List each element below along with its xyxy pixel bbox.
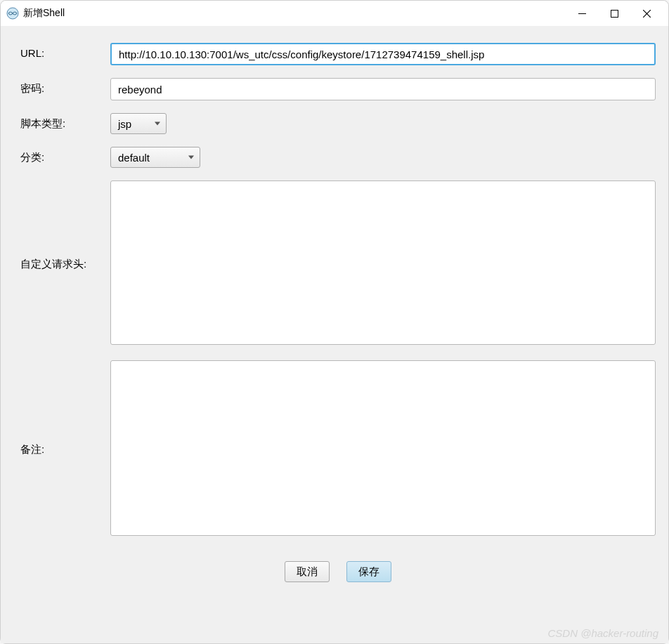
password-label: 密码: bbox=[20, 78, 110, 96]
window-controls bbox=[566, 2, 663, 25]
minimize-button[interactable] bbox=[566, 2, 598, 25]
app-icon bbox=[6, 7, 19, 20]
category-label: 分类: bbox=[20, 147, 110, 164]
password-input[interactable] bbox=[110, 78, 656, 100]
chevron-down-icon bbox=[155, 122, 160, 126]
notes-textarea[interactable] bbox=[110, 360, 656, 536]
save-button[interactable]: 保存 bbox=[346, 561, 391, 582]
maximize-button[interactable] bbox=[598, 2, 630, 25]
svg-rect-2 bbox=[611, 10, 618, 17]
url-row: URL: bbox=[20, 43, 656, 65]
custom-headers-label: 自定义请求头: bbox=[20, 258, 110, 271]
password-row: 密码: bbox=[20, 78, 656, 100]
script-type-label: 脚本类型: bbox=[20, 113, 110, 131]
window-frame: 新增Shell URL: 密码: 脚本类型: bbox=[0, 0, 669, 644]
notes-label: 备注: bbox=[20, 443, 110, 456]
category-row: 分类: default bbox=[20, 147, 656, 168]
window-title: 新增Shell bbox=[23, 7, 566, 20]
category-value: default bbox=[118, 152, 150, 164]
cancel-button[interactable]: 取消 bbox=[285, 561, 330, 582]
titlebar: 新增Shell bbox=[1, 1, 668, 26]
custom-headers-textarea[interactable] bbox=[110, 180, 656, 345]
custom-headers-row: 自定义请求头: bbox=[20, 180, 656, 348]
form-content: URL: 密码: 脚本类型: jsp 分类: bbox=[1, 26, 668, 643]
script-type-row: 脚本类型: jsp bbox=[20, 113, 656, 134]
button-bar: 取消 保存 bbox=[20, 551, 656, 588]
chevron-down-icon bbox=[188, 156, 194, 159]
url-input[interactable] bbox=[110, 43, 656, 65]
close-button[interactable] bbox=[630, 2, 663, 25]
script-type-select[interactable]: jsp bbox=[110, 113, 167, 134]
script-type-value: jsp bbox=[118, 118, 131, 130]
url-label: URL: bbox=[20, 43, 110, 59]
notes-row: 备注: bbox=[20, 360, 656, 539]
category-select[interactable]: default bbox=[110, 147, 200, 168]
